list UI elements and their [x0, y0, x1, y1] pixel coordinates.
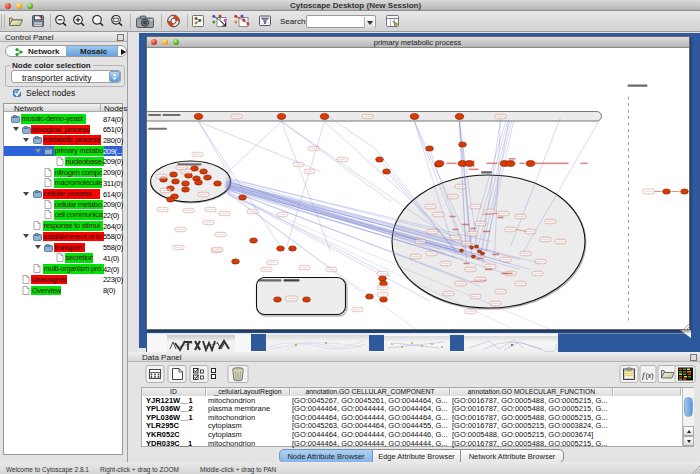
svg-text:(x): (x) — [646, 372, 654, 380]
